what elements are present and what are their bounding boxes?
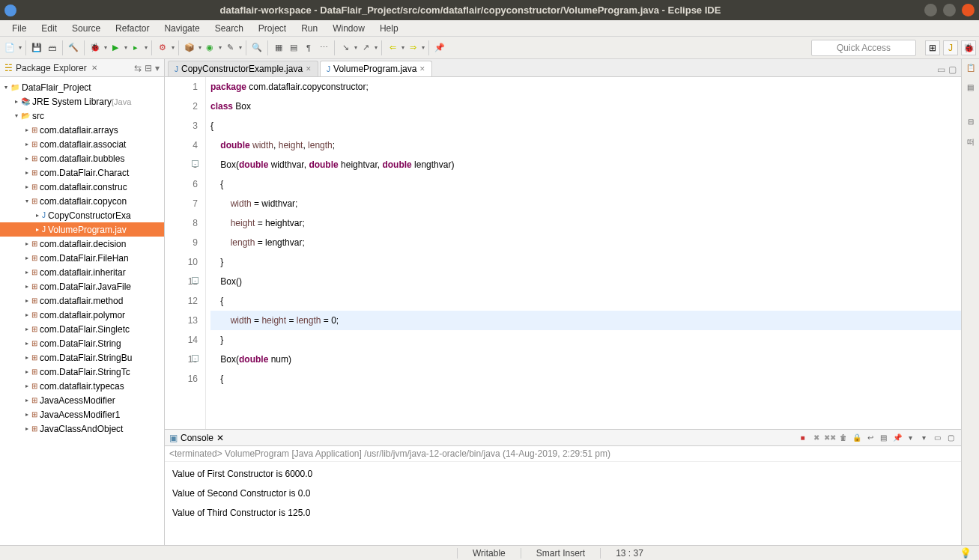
editor-tab[interactable]: JVolumeProgram.java✕ bbox=[320, 61, 432, 76]
quick-access[interactable]: Quick Access bbox=[811, 40, 916, 56]
toggle-block-icon[interactable]: ▤ bbox=[287, 41, 300, 55]
tree-item[interactable]: ▾📂src bbox=[0, 109, 164, 123]
coverage-icon[interactable]: ▸ bbox=[129, 41, 142, 55]
minimize-view-icon[interactable]: ▭ bbox=[937, 64, 945, 75]
menu-search[interactable]: Search bbox=[207, 21, 251, 36]
tree-item[interactable]: ▸⊞com.DataFlair.String bbox=[0, 336, 164, 350]
ext-tools-icon[interactable]: ⚙ bbox=[156, 41, 169, 55]
min-console-icon[interactable]: ▭ bbox=[932, 432, 943, 443]
tree-item[interactable]: ▸⊞com.dataflair.bubbles bbox=[0, 151, 164, 165]
tree-item[interactable]: ▸⊞com.DataFlair.FileHan bbox=[0, 251, 164, 265]
minimize-button[interactable] bbox=[924, 4, 937, 16]
tree-item[interactable]: ▸JVolumeProgram.jav bbox=[0, 222, 164, 237]
pin-icon[interactable]: 📌 bbox=[433, 41, 446, 55]
console-close-icon[interactable]: ✕ bbox=[216, 433, 224, 443]
code-editor[interactable]: 12345-67891011-12131415-16 package com.d… bbox=[165, 77, 961, 429]
outline-trim-icon[interactable]: ▤ bbox=[965, 83, 977, 95]
menu-project[interactable]: Project bbox=[251, 21, 294, 36]
tree-item[interactable]: ▸JCopyConstructorExa bbox=[0, 208, 164, 222]
tree-item[interactable]: ▸⊞com.DataFlair.StringBu bbox=[0, 350, 164, 365]
type-hier-icon[interactable]: 떠 bbox=[965, 137, 977, 149]
view-menu-icon[interactable]: ▾ bbox=[155, 63, 160, 73]
pin-console-icon[interactable]: 📌 bbox=[891, 432, 903, 443]
tree-item[interactable]: ▸📚JRE System Library [Java bbox=[0, 94, 164, 109]
menu-edit[interactable]: Edit bbox=[34, 21, 64, 36]
editor-tab[interactable]: JCopyConstructorExample.java✕ bbox=[168, 61, 318, 76]
tree-item[interactable]: ▾⊞com.dataflair.copycon bbox=[0, 194, 164, 208]
word-wrap-console-icon[interactable]: ↩ bbox=[864, 432, 876, 443]
java-perspective-icon[interactable]: J bbox=[943, 40, 958, 55]
save-all-icon[interactable]: 🗃 bbox=[45, 41, 58, 55]
tree-label: com.dataflair.copycon bbox=[40, 196, 127, 207]
new-package-icon[interactable]: 📦 bbox=[183, 41, 196, 55]
tab-close-icon[interactable]: ✕ bbox=[306, 65, 312, 73]
debug-perspective-icon[interactable]: 🐞 bbox=[961, 40, 976, 55]
tree-item[interactable]: ▸⊞JavaAcessModifier1 bbox=[0, 407, 164, 421]
next-annotation-icon[interactable]: ↘ bbox=[339, 41, 352, 55]
maximize-button[interactable] bbox=[943, 4, 956, 16]
tree-item[interactable]: ▸⊞com.dataflair.typecas bbox=[0, 379, 164, 393]
tree-item[interactable]: ▸⊞JavaAcessModifier bbox=[0, 393, 164, 407]
new-type-icon[interactable]: ✎ bbox=[223, 41, 237, 55]
tree-item[interactable]: ▸⊞com.dataflair.polymor bbox=[0, 308, 164, 322]
new-class-icon[interactable]: ◉ bbox=[203, 41, 216, 55]
tree-label: com.DataFlair.FileHan bbox=[40, 253, 129, 264]
word-wrap-icon[interactable]: ¶ bbox=[302, 41, 315, 55]
tree-item[interactable]: ▸⊞com.dataflair.method bbox=[0, 293, 164, 308]
view-close-icon[interactable]: ✕ bbox=[91, 64, 97, 72]
save-icon[interactable]: 💾 bbox=[30, 41, 43, 55]
open-console-icon[interactable]: ▾ bbox=[918, 432, 930, 443]
outline2-trim-icon[interactable]: ⊟ bbox=[965, 118, 977, 130]
build-icon[interactable]: 🔨 bbox=[67, 41, 80, 55]
tree-item[interactable]: ▸⊞com.dataflair.arrays bbox=[0, 123, 164, 137]
tree-item[interactable]: ▸⊞com.dataflair.associat bbox=[0, 137, 164, 151]
tree-item[interactable]: ▸⊞JavaClassAndObject bbox=[0, 421, 164, 436]
new-icon[interactable]: 📄 bbox=[3, 41, 16, 55]
open-perspective-icon[interactable]: ⊞ bbox=[925, 40, 940, 55]
tree-item[interactable]: ▸⊞com.dataflair.construc bbox=[0, 180, 164, 194]
show-console-icon[interactable]: ▤ bbox=[878, 432, 889, 443]
tree-label: CopyConstructorExa bbox=[48, 210, 131, 221]
remove-launch-icon[interactable]: ✖ bbox=[810, 432, 822, 443]
run-icon[interactable]: ▶ bbox=[109, 41, 122, 55]
terminate-icon[interactable]: ■ bbox=[797, 432, 808, 443]
java-file-icon: J bbox=[175, 65, 178, 73]
tree-item[interactable]: ▸⊞com.DataFlair.StringTc bbox=[0, 365, 164, 379]
tree-item[interactable]: ▸⊞com.DataFlair.Charact bbox=[0, 165, 164, 180]
back-icon[interactable]: ⇐ bbox=[386, 41, 399, 55]
tree-item[interactable]: ▸⊞com.DataFlair.JavaFile bbox=[0, 279, 164, 293]
tree-item[interactable]: ▸⊞com.DataFlair.Singletc bbox=[0, 322, 164, 336]
prev-annotation-icon[interactable]: ↗ bbox=[359, 41, 372, 55]
toggle-mark-icon[interactable]: ▦ bbox=[272, 41, 285, 55]
package-tree[interactable]: ▾📁DataFlair_Project▸📚JRE System Library … bbox=[0, 77, 164, 545]
tab-close-icon[interactable]: ✕ bbox=[419, 65, 425, 73]
scroll-lock-icon[interactable]: 🔒 bbox=[851, 432, 862, 443]
tab-label: CopyConstructorExample.java bbox=[181, 64, 303, 74]
task-list-icon[interactable]: 📋 bbox=[965, 64, 977, 76]
tree-item[interactable]: ▾📁DataFlair_Project bbox=[0, 80, 164, 94]
max-console-icon[interactable]: ▢ bbox=[945, 432, 957, 443]
debug-icon[interactable]: 🐞 bbox=[88, 41, 102, 55]
menu-source[interactable]: Source bbox=[64, 21, 108, 36]
menu-help[interactable]: Help bbox=[372, 21, 406, 36]
console-output[interactable]: Value of First Constructor is 6000.0Valu… bbox=[165, 462, 961, 545]
clear-console-icon[interactable]: 🗑 bbox=[837, 432, 849, 443]
tree-item[interactable]: ▸⊞com.dataflair.inheritar bbox=[0, 265, 164, 279]
menu-refactor[interactable]: Refactor bbox=[108, 21, 157, 36]
maximize-view-icon[interactable]: ▢ bbox=[948, 64, 957, 75]
collapse-all-icon[interactable]: ⊟ bbox=[145, 63, 152, 73]
menu-file[interactable]: File bbox=[4, 21, 34, 36]
tree-item[interactable]: ▸⊞com.dataflair.decision bbox=[0, 237, 164, 251]
close-button[interactable] bbox=[962, 4, 975, 16]
link-editor-icon[interactable]: ⇆ bbox=[134, 63, 142, 73]
remove-all-icon[interactable]: ✖✖ bbox=[824, 432, 835, 443]
display-selected-icon[interactable]: ▾ bbox=[905, 432, 916, 443]
tip-bulb-icon[interactable]: 💡 bbox=[960, 547, 972, 559]
show-whitespace-icon[interactable]: ⋯ bbox=[317, 41, 330, 55]
menu-run[interactable]: Run bbox=[294, 21, 325, 36]
code-content[interactable]: package com.dataflair.copyconstructor;cl… bbox=[206, 77, 961, 429]
menu-window[interactable]: Window bbox=[325, 21, 372, 36]
forward-icon[interactable]: ⇒ bbox=[406, 41, 419, 55]
menu-navigate[interactable]: Navigate bbox=[157, 21, 207, 36]
search-icon[interactable]: 🔍 bbox=[250, 41, 264, 55]
